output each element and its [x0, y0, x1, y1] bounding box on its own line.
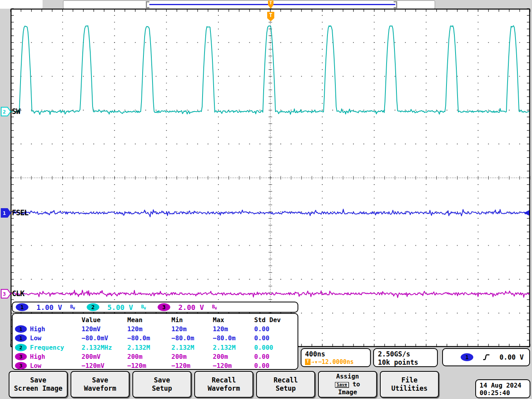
- recall-setup-button[interactable]: RecallSetup: [256, 371, 315, 398]
- measurement-mean: 2.132M: [127, 343, 171, 352]
- record-view-strip: [0, 0, 532, 9]
- channel-3-badge: 3: [15, 362, 27, 369]
- trigger-source-badge: 1: [461, 353, 473, 361]
- svg-text:1: 1: [3, 210, 6, 216]
- trace-sw: [11, 26, 529, 114]
- trigger-t-icon: T: [305, 359, 311, 365]
- time-value: 00:25:40: [480, 389, 530, 397]
- bandwidth-limit-icon: BW: [70, 304, 75, 310]
- measurement-std: 0.00: [254, 334, 298, 343]
- measurement-row: 1 High: [13, 324, 82, 334]
- channel-1-badge: 1: [15, 334, 27, 342]
- window-bracket-left-icon: [146, 1, 149, 8]
- channel-3-position-marker[interactable]: 3: [1, 289, 11, 298]
- save-setup-button[interactable]: SaveSetup: [132, 371, 192, 398]
- assign-save-to-image-button[interactable]: Assign Save to Image: [318, 371, 377, 398]
- measurement-min: −120m: [171, 361, 213, 370]
- measurement-name: Low: [30, 334, 41, 343]
- bandwidth-limit-icon: BW: [141, 304, 146, 310]
- acquisition-readout: 2.50GS/s 10k points: [373, 348, 438, 367]
- recall-waveform-button[interactable]: RecallWaveform: [194, 371, 253, 398]
- channel-2-scale-value: 5.00 V: [99, 303, 141, 311]
- channel-2-position-marker[interactable]: 2: [1, 107, 11, 116]
- save-chip: Save: [335, 382, 349, 388]
- trace-fsel: [11, 209, 529, 217]
- channel-3-badge: 3: [15, 353, 27, 360]
- svg-text:2: 2: [3, 109, 6, 115]
- save-waveform-button[interactable]: SaveWaveform: [71, 371, 130, 398]
- measurement-name: Low: [30, 361, 41, 370]
- bandwidth-limit-icon: BW: [212, 304, 217, 310]
- trace-label-sw: SW: [12, 107, 20, 116]
- channel-1-scale-value: 1.00 V: [28, 303, 70, 311]
- measurement-table: Value Mean Min Max Std Dev 1 High 120mV …: [12, 313, 298, 370]
- file-utilities-button[interactable]: FileUtilities: [380, 371, 439, 398]
- measurement-row: 3 Low: [13, 361, 82, 370]
- measurement-max: 2.132M: [213, 343, 254, 352]
- measurement-min: 2.132M: [171, 343, 213, 352]
- trigger-delay-readout: T→▼−12.0000ns: [305, 358, 370, 365]
- measurement-max: −120m: [213, 361, 254, 370]
- channel-scale-bar: 1 1.00 V BW 2 5.00 V BW 3 2.00 V BW: [12, 302, 298, 313]
- channel-2-badge: 2: [87, 303, 99, 311]
- record-view-bar[interactable]: [63, 0, 435, 9]
- measurement-std: 0.00: [254, 361, 298, 370]
- measurement-value: −120mV: [82, 361, 127, 370]
- trigger-position-marker[interactable]: T: [266, 0, 275, 9]
- col-header-value: Value: [82, 315, 127, 324]
- grid-dots: [11, 9, 530, 347]
- measurement-value: 2.132MHz: [82, 343, 127, 352]
- trigger-level-arrow: [524, 210, 529, 216]
- time-per-div: 400ns: [305, 350, 370, 358]
- top-left-cap: [0, 0, 43, 9]
- trigger-readout: 1 0.00 V: [442, 348, 530, 366]
- measurement-min: 120m: [171, 324, 213, 334]
- trigger-t-icon: T: [268, 0, 273, 6]
- right-arrow-icon: →: [311, 359, 314, 365]
- channel-2-scale[interactable]: 2 5.00 V BW: [87, 303, 158, 311]
- rising-edge-icon: [482, 353, 491, 361]
- measurement-max: −80.0m: [213, 334, 254, 343]
- trigger-down-arrow-icon: [268, 6, 273, 9]
- measurement-mean: 200m: [127, 352, 171, 361]
- datetime-box: 14 Aug 2024 00:25:40: [475, 379, 530, 398]
- svg-text:3: 3: [3, 291, 6, 297]
- channel-1-position-marker[interactable]: 1: [1, 209, 11, 217]
- measurement-value: 120mV: [82, 324, 127, 334]
- measurement-row: 2 Frequency: [13, 343, 82, 352]
- svg-text:T: T: [269, 12, 272, 18]
- trigger-position-badge: T: [267, 12, 274, 21]
- channel-1-scale[interactable]: 1 1.00 V BW: [16, 303, 87, 311]
- trace-label-clk: CLK: [12, 289, 24, 298]
- measurement-mean: −120m: [127, 361, 171, 370]
- measurement-std: 0.00: [254, 324, 298, 334]
- date-value: 14 Aug 2024: [480, 382, 530, 389]
- horizontal-readout: 400ns T→▼−12.0000ns: [301, 348, 371, 367]
- channel-1-badge: 1: [16, 303, 28, 311]
- col-header-mean: Mean: [127, 315, 171, 324]
- col-header-min: Min: [171, 315, 213, 324]
- trigger-level-value: 0.00 V: [500, 353, 524, 361]
- measurement-row: 3 High: [13, 352, 82, 361]
- measurement-min: −80.0m: [171, 334, 213, 343]
- trigger-delay-value: −12.0000ns: [318, 358, 353, 365]
- measurement-min: 200m: [171, 352, 213, 361]
- measurement-name: High: [30, 352, 45, 361]
- measurement-row: 1 Low: [13, 334, 82, 343]
- sample-rate: 2.50GS/s: [378, 350, 437, 358]
- measurement-mean: 120m: [127, 324, 171, 334]
- channel-3-badge: 3: [158, 303, 170, 311]
- trace-clk: [11, 290, 529, 298]
- measurement-value: −80.0mV: [82, 334, 127, 343]
- save-screen-image-button[interactable]: SaveScreen Image: [9, 371, 68, 398]
- measurement-max: 200m: [213, 352, 254, 361]
- record-length: 10k points: [378, 358, 437, 367]
- channel-1-badge: 1: [15, 325, 27, 333]
- measurement-value: 200mV: [82, 352, 127, 361]
- measurement-mean: −80.0m: [127, 334, 171, 343]
- col-header-stddev: Std Dev: [254, 315, 298, 324]
- measurement-std: 0.00: [254, 352, 298, 361]
- col-header-max: Max: [213, 315, 254, 324]
- trace-label-fsel: FSEL: [12, 208, 28, 217]
- channel-3-scale[interactable]: 3 2.00 V BW: [158, 303, 229, 311]
